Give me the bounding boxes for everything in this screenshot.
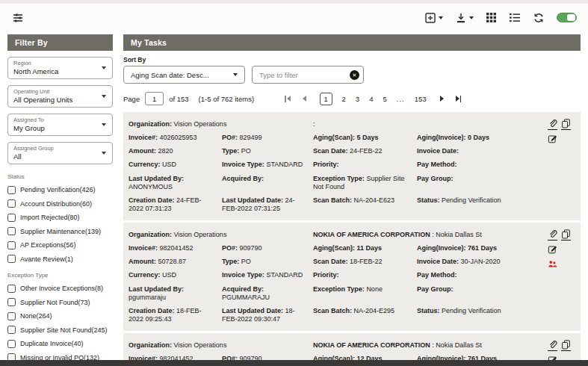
field-creation-date: Creation Date: 18-FEB-2022 09:25:43	[129, 305, 222, 327]
page-button-5[interactable]: 5	[383, 95, 386, 103]
checkbox-icon[interactable]	[7, 340, 16, 348]
sort-dropdown[interactable]: Aging Scan date: Desc...	[123, 66, 245, 84]
download-button[interactable]	[455, 12, 474, 24]
content-area: Filter By RegionNorth AmericaOperating U…	[0, 31, 588, 366]
field-last-updated-by: Last Updated By: pgummaraju	[129, 282, 222, 305]
sort-controls: Aging Scan date: Desc... ✕	[123, 66, 581, 84]
field-label: Amount:	[129, 258, 156, 265]
field-label: Creation Date:	[129, 196, 175, 204]
page-button-1[interactable]: 1	[320, 93, 332, 105]
dropdown-label: Assigned To	[13, 117, 107, 123]
field-invoice-date: Invoice Date:	[417, 145, 548, 158]
field-value: 982041452	[160, 244, 194, 252]
supplier-site: Nokia Dallas St	[436, 341, 482, 349]
filter-option-supplier-maintenance-139[interactable]: Supplier Maintenance(139)	[7, 227, 113, 235]
checkbox-icon[interactable]	[7, 214, 16, 222]
topbar	[0, 4, 588, 31]
task-card[interactable]: Organization: Vision Operations:Invoice#…	[123, 112, 581, 220]
assign-user-icon[interactable]	[548, 259, 575, 270]
field-label: Scan Date:	[313, 258, 348, 265]
filter-option-other-invoice-exceptions-8[interactable]: Other Invoice Exceptions(8)	[7, 285, 113, 293]
list-view-button[interactable]	[509, 12, 521, 23]
page-button-153[interactable]: 153	[415, 95, 427, 103]
filter-input[interactable]	[252, 66, 364, 84]
checkbox-icon[interactable]	[7, 227, 16, 235]
field-label: Status:	[417, 307, 440, 314]
field-priority: Priority:	[313, 269, 417, 282]
copy-icon[interactable]	[561, 229, 571, 241]
filter-menu-icon[interactable]	[11, 11, 25, 25]
page-button-2[interactable]: 2	[342, 95, 346, 103]
field-value: 0 Days	[468, 134, 489, 141]
field-last-updated-by: Last Updated By: ANONYMOUS	[129, 172, 222, 194]
task-card[interactable]: Organization: Vision OperationsNOKIA OF …	[123, 223, 581, 331]
checkbox-icon[interactable]	[7, 255, 16, 263]
page-number-input[interactable]	[145, 92, 164, 105]
grid-view-button[interactable]	[486, 12, 497, 23]
field-value: 4026025953	[160, 134, 197, 141]
checkbox-icon[interactable]	[7, 241, 16, 249]
field-value: 2820	[158, 147, 173, 155]
copy-icon[interactable]	[561, 340, 571, 351]
filter-option-supplier-site-not-found-245[interactable]: Supplier Site Not Found(245)	[7, 326, 113, 334]
power-toggle[interactable]	[557, 13, 577, 22]
field-aging-invoice: Aging(Invoice): 761 Days	[417, 241, 548, 255]
edit-icon[interactable]	[548, 134, 575, 145]
supplier-site: Nokia Dallas St	[436, 231, 482, 238]
field-status: Status: Pending Verification	[417, 305, 548, 327]
checkbox-icon[interactable]	[7, 326, 16, 334]
refresh-button[interactable]	[533, 12, 545, 24]
field-label: Pay Group:	[417, 285, 454, 293]
attachment-icon[interactable]	[548, 229, 557, 241]
first-page-button[interactable]	[285, 96, 291, 102]
checkbox-icon[interactable]	[7, 186, 16, 194]
dropdown-value: All	[13, 152, 107, 161]
field-label: Invoice Date:	[417, 258, 459, 265]
chevron-down-icon	[233, 73, 238, 76]
filter-option-none-264[interactable]: None(264)	[7, 312, 113, 320]
checkbox-icon[interactable]	[7, 312, 16, 320]
edit-icon[interactable]	[548, 244, 575, 255]
field-acquired-by: Acquired By:	[222, 172, 313, 194]
filter-option-duplicate-invoice-40[interactable]: Duplicate Invoice(40)	[7, 340, 113, 348]
chevron-down-icon	[102, 152, 106, 155]
field-po: PO#: 829499	[222, 131, 313, 144]
last-page-button[interactable]	[456, 96, 462, 102]
filter-dropdown-region[interactable]: RegionNorth America	[7, 57, 113, 79]
filter-option-supplier-not-found-73[interactable]: Supplier Not Found(73)	[7, 298, 113, 306]
filter-option-label: Account Distribution(60)	[20, 200, 92, 208]
field-value: PO	[241, 258, 251, 265]
filter-option-account-distribution-60[interactable]: Account Distribution(60)	[7, 199, 113, 208]
field-scan-date: Scan Date: 18-FEB-22	[313, 255, 417, 269]
prev-page-button[interactable]	[303, 96, 306, 102]
checkbox-icon[interactable]	[7, 199, 16, 208]
filter-sidebar: Filter By RegionNorth AmericaOperating U…	[7, 34, 113, 366]
filter-dropdown-operating-unit[interactable]: Operating UnitAll Operating Units	[7, 85, 113, 108]
next-page-button[interactable]	[440, 96, 444, 102]
field-amount: Amount: 2820	[129, 145, 222, 158]
field-value: STANDARD	[266, 271, 303, 279]
add-record-button[interactable]	[424, 12, 443, 24]
copy-icon[interactable]	[561, 119, 571, 130]
filter-option-import-rejected-80[interactable]: Import Rejected(80)	[7, 214, 113, 222]
page-button-4[interactable]: 4	[369, 95, 373, 103]
clear-filter-icon[interactable]: ✕	[350, 70, 359, 80]
field-value: 50728.87	[158, 258, 187, 265]
field-label: Invoice#:	[129, 134, 158, 141]
field-creation-date: Creation Date: 24-FEB-2022 07:31:23	[129, 194, 222, 217]
filter-option-label: None(264)	[20, 312, 52, 320]
filter-dropdown-assigned-group[interactable]: Assigned GroupAll	[7, 142, 113, 164]
filter-option-avante-review-1[interactable]: Avante Review(1)	[7, 255, 113, 263]
checkbox-icon[interactable]	[7, 298, 16, 306]
field-exception-type: Exception Type: None	[313, 282, 417, 305]
filter-option-pending-verification-426[interactable]: Pending Verification(426)	[7, 186, 113, 194]
sort-bar: Sort By Aging Scan date: Desc... ✕	[123, 51, 581, 84]
checkbox-icon[interactable]	[7, 285, 16, 293]
page-button-3[interactable]: 3	[356, 95, 359, 103]
field-invoice-type: Invoice Type: STANDARD	[222, 269, 313, 282]
attachment-icon[interactable]	[548, 340, 557, 351]
filter-dropdown-assigned-to[interactable]: Assigned ToMy Group	[7, 114, 113, 136]
filter-option-ap-exceptions-56[interactable]: AP Exceptions(56)	[7, 241, 113, 249]
field-type: Type: PO	[222, 145, 313, 158]
attachment-icon[interactable]	[548, 119, 557, 130]
